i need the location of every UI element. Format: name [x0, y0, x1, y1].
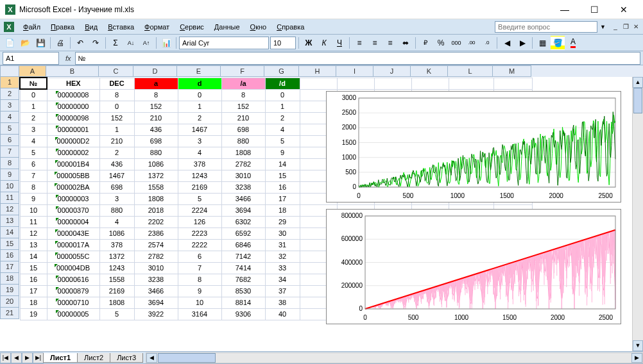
cell-B13[interactable]: 00000004 — [47, 216, 99, 228]
cell-D11[interactable]: 1808 — [134, 193, 178, 204]
cell-G14[interactable]: 30 — [265, 228, 300, 239]
cell-J1[interactable] — [374, 78, 411, 89]
cell-B10[interactable]: 000002BA — [47, 181, 99, 193]
cell-B20[interactable]: 00000710 — [47, 297, 99, 308]
cell-A6[interactable]: 4 — [20, 135, 47, 147]
cell-G10[interactable]: 16 — [265, 181, 300, 193]
cell-E6[interactable]: 3 — [178, 135, 221, 147]
col-header-I[interactable]: I — [336, 65, 373, 77]
row-header-2[interactable]: 2 — [0, 88, 19, 100]
cell-M1[interactable] — [493, 78, 532, 89]
cell-F2[interactable]: 8 — [221, 89, 265, 101]
cell-C1[interactable]: DEC — [99, 78, 134, 89]
cell-G7[interactable]: 9 — [265, 147, 300, 158]
col-header-B[interactable]: B — [46, 65, 99, 77]
cell-G16[interactable]: 32 — [265, 251, 300, 262]
cell-A18[interactable]: 16 — [20, 274, 47, 285]
menu-формат[interactable]: Формат — [139, 22, 175, 32]
autosum-button[interactable]: Σ — [108, 36, 123, 50]
vertical-scrollbar[interactable]: ▲ ▼ — [632, 77, 643, 351]
cell-C19[interactable]: 2169 — [99, 285, 134, 297]
cell-C18[interactable]: 1558 — [99, 274, 134, 285]
col-header-D[interactable]: D — [133, 65, 177, 77]
cell-A16[interactable]: 14 — [20, 251, 47, 262]
sort-asc-button[interactable]: A↓ — [124, 36, 138, 50]
cell-D5[interactable]: 436 — [134, 124, 178, 135]
cell-E16[interactable]: 6 — [178, 251, 221, 262]
col-header-C[interactable]: C — [99, 65, 133, 77]
decrease-decimal-button[interactable]: .0 — [480, 36, 494, 50]
cell-A13[interactable]: 11 — [20, 216, 47, 228]
cell-B1[interactable]: HEX — [47, 78, 99, 89]
undo-button[interactable]: ↶ — [73, 36, 87, 50]
cell-C20[interactable]: 1808 — [99, 297, 134, 308]
cell-F7[interactable]: 1808 — [221, 147, 265, 158]
cell-A15[interactable]: 13 — [20, 239, 47, 251]
cell-K1[interactable] — [411, 78, 449, 89]
cell-A8[interactable]: 6 — [20, 158, 47, 170]
row-header-3[interactable]: 3 — [0, 100, 19, 112]
cell-A11[interactable]: 9 — [20, 193, 47, 204]
cell-B12[interactable]: 00000370 — [47, 204, 99, 216]
align-center-button[interactable]: ≡ — [368, 36, 382, 50]
cell-A21[interactable]: 19 — [20, 308, 47, 320]
cell-D16[interactable]: 2782 — [134, 251, 178, 262]
redo-button[interactable]: ↷ — [89, 36, 103, 50]
cell-D15[interactable]: 2574 — [134, 239, 178, 251]
col-header-M[interactable]: M — [493, 65, 531, 77]
col-header-K[interactable]: K — [411, 65, 448, 77]
cell-C7[interactable]: 2 — [99, 147, 134, 158]
cell-G15[interactable]: 31 — [265, 239, 300, 251]
cell-B9[interactable]: 000005BB — [47, 170, 99, 181]
cell-C17[interactable]: 1243 — [99, 262, 134, 274]
cell-A2[interactable]: 0 — [20, 89, 47, 101]
cell-E12[interactable]: 2224 — [178, 204, 221, 216]
increase-indent-button[interactable]: ▶ — [515, 36, 529, 50]
cell-F21[interactable]: 9306 — [221, 308, 265, 320]
cell-C2[interactable]: 8 — [99, 89, 134, 101]
cell-F17[interactable]: 7414 — [221, 262, 265, 274]
help-question-input[interactable] — [495, 21, 597, 33]
mdi-close-button[interactable]: ✕ — [631, 22, 640, 31]
cell-B19[interactable]: 00000879 — [47, 285, 99, 297]
cell-D13[interactable]: 2202 — [134, 216, 178, 228]
cell-G17[interactable]: 33 — [265, 262, 300, 274]
cell-G8[interactable]: 14 — [265, 158, 300, 170]
row-header-16[interactable]: 16 — [0, 250, 19, 261]
cell-C16[interactable]: 1372 — [99, 251, 134, 262]
sheet-tab-Лист2[interactable]: Лист2 — [77, 353, 110, 363]
cell-B21[interactable]: 00000005 — [47, 308, 99, 320]
cell-G13[interactable]: 29 — [265, 216, 300, 228]
cell-F19[interactable]: 8530 — [221, 285, 265, 297]
cell-G2[interactable]: 0 — [265, 89, 300, 101]
print-button[interactable]: 🖨 — [53, 36, 67, 50]
col-header-J[interactable]: J — [373, 65, 411, 77]
cell-F3[interactable]: 152 — [221, 101, 265, 112]
comma-button[interactable]: 000 — [449, 36, 463, 50]
menu-вставка[interactable]: Вставка — [103, 22, 139, 32]
col-header-G[interactable]: G — [264, 65, 299, 77]
cell-E20[interactable]: 10 — [178, 297, 221, 308]
cell-F13[interactable]: 6302 — [221, 216, 265, 228]
row-header-15[interactable]: 15 — [0, 238, 19, 250]
cell-E17[interactable]: 7 — [178, 262, 221, 274]
cell-A7[interactable]: 5 — [20, 147, 47, 158]
cell-D6[interactable]: 698 — [134, 135, 178, 147]
row-header-9[interactable]: 9 — [0, 169, 19, 181]
row-header-11[interactable]: 11 — [0, 192, 19, 204]
cell-G12[interactable]: 18 — [265, 204, 300, 216]
cell-A10[interactable]: 8 — [20, 181, 47, 193]
cell-B11[interactable]: 00000003 — [47, 193, 99, 204]
cell-D17[interactable]: 3010 — [134, 262, 178, 274]
cell-D19[interactable]: 3466 — [134, 285, 178, 297]
cell-C12[interactable]: 880 — [99, 204, 134, 216]
cell-B2[interactable]: 00000008 — [47, 89, 99, 101]
menu-справка[interactable]: Справка — [271, 22, 309, 32]
row-header-20[interactable]: 20 — [0, 296, 19, 308]
cell-B14[interactable]: 0000043E — [47, 228, 99, 239]
percent-button[interactable]: % — [434, 36, 448, 50]
cell-F14[interactable]: 6592 — [221, 228, 265, 239]
cell-L1[interactable] — [449, 78, 493, 89]
cell-A3[interactable]: 1 — [20, 101, 47, 112]
chart-2[interactable]: 0200000400000600000800000050010001500200… — [326, 209, 621, 324]
